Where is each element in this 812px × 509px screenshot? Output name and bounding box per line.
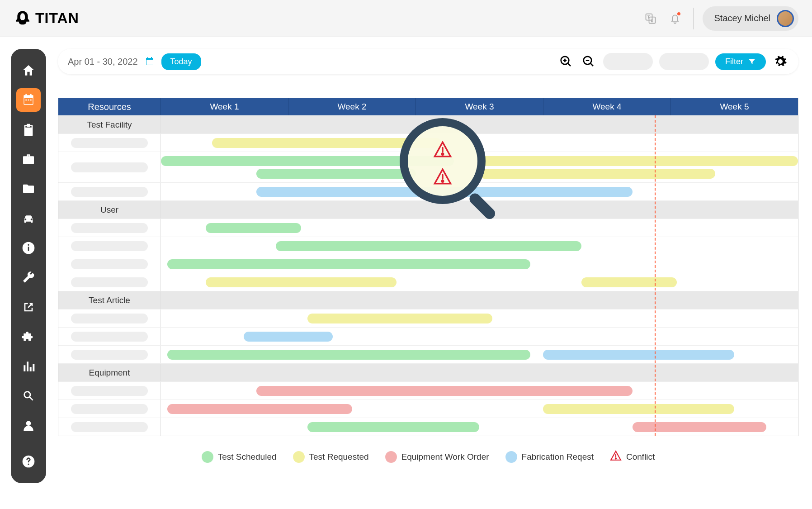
group-label: Equipment [58, 364, 161, 381]
nav-briefcase[interactable] [16, 147, 41, 171]
gantt-bar-blue[interactable] [543, 350, 734, 360]
group-row: Test Facility [58, 115, 798, 133]
gantt-bar-yellow[interactable] [307, 314, 492, 323]
today-button[interactable]: Today [161, 53, 201, 70]
gantt-bar-yellow[interactable] [206, 277, 397, 287]
gantt-bar-red[interactable] [256, 386, 632, 396]
wrench-icon [21, 271, 36, 285]
svg-point-4 [28, 244, 29, 246]
resource-cell [58, 152, 161, 182]
conflict-icon [610, 450, 622, 464]
week-header: Week 2 [288, 98, 416, 115]
settings-button[interactable] [772, 53, 788, 70]
nav-info[interactable] [16, 237, 41, 260]
nav-calendar[interactable] [16, 88, 41, 111]
chart-cell [161, 152, 798, 182]
nav-external[interactable] [16, 295, 41, 319]
resource-row [58, 133, 798, 152]
resource-row [58, 219, 798, 237]
week-header: Week 4 [543, 98, 671, 115]
search-icon [21, 389, 36, 403]
nav-clipboard[interactable] [16, 118, 41, 141]
chart-cell [161, 418, 798, 436]
resource-placeholder [71, 241, 148, 251]
filter-label: Filter [725, 57, 743, 67]
nav-home[interactable] [16, 59, 41, 82]
bar-chart-icon [21, 359, 36, 374]
chart-cell [161, 346, 798, 363]
nav-help[interactable] [16, 450, 41, 473]
help-icon [21, 454, 36, 469]
filter-icon [748, 57, 756, 66]
gantt-bar-yellow[interactable] [480, 156, 798, 166]
gantt-chart: Resources Week 1 Week 2 Week 3 Week 4 We… [58, 98, 798, 436]
toolbar: Apr 01 - 30, 2022 Today Filter [58, 49, 798, 74]
gantt-bar-yellow[interactable] [543, 404, 734, 414]
gantt-bar-yellow[interactable] [480, 169, 715, 179]
gantt-bar-blue[interactable] [244, 332, 333, 342]
gantt-bar-green[interactable] [206, 223, 301, 233]
gantt-bar-yellow[interactable] [212, 138, 441, 148]
gantt-bar-green[interactable] [161, 156, 454, 166]
chart-cell [161, 273, 798, 291]
gantt-bar-red[interactable] [167, 404, 352, 414]
resource-row [58, 381, 798, 400]
helmet-icon [14, 10, 32, 28]
nav-user[interactable] [16, 414, 41, 437]
nav-search[interactable] [16, 385, 41, 408]
gantt-bar-green[interactable] [307, 422, 479, 432]
nav-reports[interactable] [16, 355, 41, 378]
sidebar [11, 49, 46, 483]
resource-placeholder [71, 314, 148, 323]
person-icon [21, 419, 36, 433]
legend-dot [202, 451, 213, 463]
calendar-picker-icon[interactable] [144, 56, 155, 67]
resource-placeholder [71, 187, 148, 197]
legend-dot [385, 451, 397, 463]
nav-tools[interactable] [16, 266, 41, 289]
gantt-bar-green[interactable] [167, 259, 530, 269]
notifications-button[interactable] [666, 10, 684, 28]
filter-button[interactable]: Filter [715, 53, 766, 70]
resource-placeholder [71, 332, 148, 342]
gantt-body: Test FacilityUserTest ArticleEquipment [58, 115, 798, 436]
legend-item: Fabrication Reqest [505, 451, 594, 463]
zoom-in-button[interactable] [558, 53, 574, 70]
resource-row [58, 152, 798, 182]
logo-text: TITAN [35, 10, 79, 27]
gantt-bar-yellow[interactable] [581, 277, 677, 287]
divider [693, 8, 694, 29]
resource-cell [58, 328, 161, 345]
chart-cell [161, 134, 798, 152]
resource-placeholder [71, 162, 148, 172]
gantt-bar-green[interactable] [167, 350, 530, 360]
resource-cell [58, 382, 161, 400]
resource-cell [58, 219, 161, 237]
gantt-bar-green[interactable] [276, 241, 581, 251]
svg-point-6 [28, 464, 29, 465]
resources-header: Resources [58, 98, 161, 115]
translate-button[interactable] [642, 10, 660, 28]
clipboard-icon [21, 123, 36, 137]
legend-label: Equipment Work Order [401, 452, 489, 462]
folder-icon [21, 181, 36, 196]
zoom-out-button[interactable] [581, 53, 597, 70]
toolbar-placeholder-2[interactable] [659, 53, 709, 70]
gantt-bar-red[interactable] [633, 422, 766, 432]
gantt-bar-blue[interactable] [256, 187, 632, 197]
gantt-bar-green[interactable] [256, 169, 415, 179]
toolbar-placeholder-1[interactable] [603, 53, 653, 70]
week-header: Week 5 [671, 98, 798, 115]
notification-dot-icon [677, 12, 680, 15]
resource-placeholder [71, 404, 148, 414]
home-icon [21, 63, 36, 78]
resource-cell [58, 418, 161, 436]
group-row: User [58, 200, 798, 219]
user-menu[interactable]: Stacey Michel [703, 6, 799, 31]
nav-vehicle[interactable] [16, 207, 41, 230]
nav-folder[interactable] [16, 177, 41, 200]
resource-placeholder [71, 422, 148, 432]
nav-plugins[interactable] [16, 325, 41, 348]
resource-cell [58, 346, 161, 363]
resource-cell [58, 273, 161, 291]
